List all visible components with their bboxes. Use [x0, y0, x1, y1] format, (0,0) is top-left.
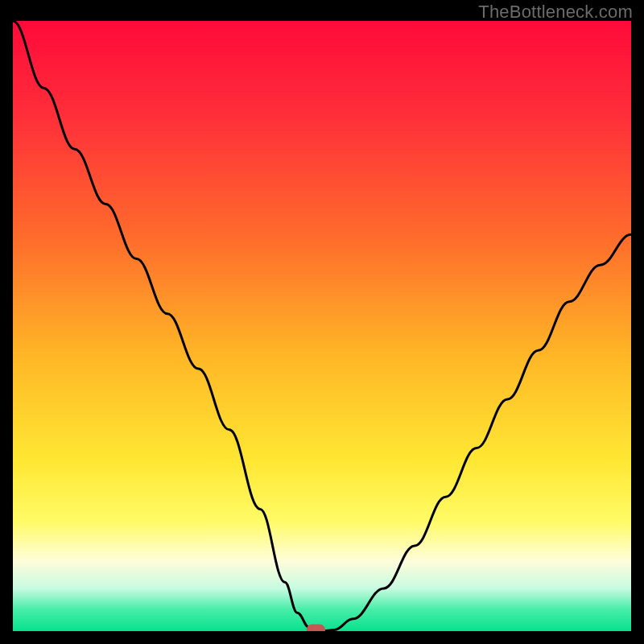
optimal-marker: [307, 625, 324, 631]
watermark-text: TheBottleneck.com: [478, 2, 633, 23]
chart-frame: TheBottleneck.com: [0, 0, 644, 644]
plot-area: [13, 21, 631, 631]
bottleneck-plot-svg: [13, 21, 631, 631]
gradient-background: [13, 21, 631, 631]
